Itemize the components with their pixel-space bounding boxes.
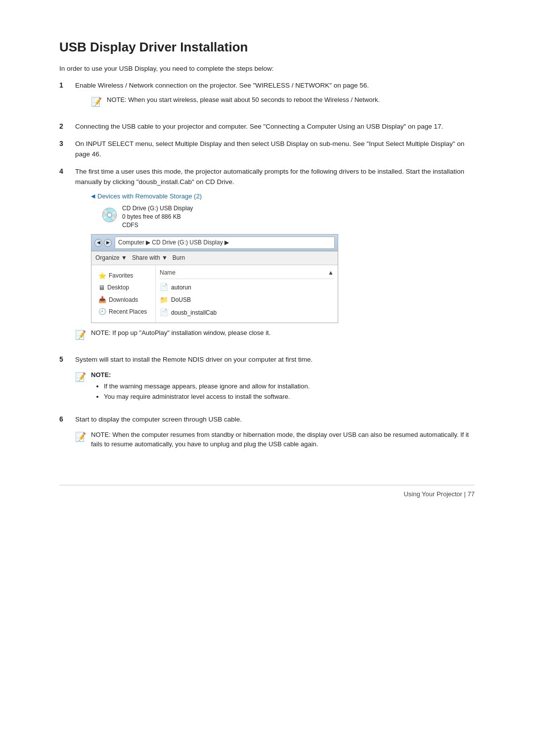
note-3: 📝 NOTE: If the warning message appears, … — [75, 370, 475, 402]
explorer-titlebar: ◀ ▶ Computer ▶ CD Drive (G:) USB Display… — [91, 235, 338, 251]
step-2: 2 Connecting the USB cable to your proje… — [59, 122, 475, 132]
page-footer: Using Your Projector | 77 — [59, 485, 475, 498]
note-text-4: NOTE: When the computer resumes from sta… — [91, 430, 475, 449]
note-icon-1: 📝 — [91, 95, 102, 109]
triangle-icon: ◀ — [91, 192, 95, 200]
explorer-window: ◀ ▶ Computer ▶ CD Drive (G:) USB Display… — [91, 234, 338, 323]
note-text-3: NOTE: If the warning message appears, pl… — [91, 370, 310, 402]
titlebar-buttons: ◀ ▶ — [94, 239, 112, 247]
step-3: 3 On INPUT SELECT menu, select Multiple … — [59, 139, 475, 160]
explorer-body: ⭐ Favorites 🖥 Desktop 📥 Downloads — [91, 265, 338, 323]
step-number-5: 5 — [59, 355, 69, 363]
sidebar-downloads[interactable]: 📥 Downloads — [95, 294, 151, 306]
name-column-header: Name — [160, 268, 176, 278]
file-list: 📄 autorun 📁 DoUSB 📄 dousb_installCab — [160, 281, 334, 319]
step-content-1: Enable Wireless / Network connection on … — [75, 81, 475, 115]
file-dousb[interactable]: 📁 DoUSB — [160, 294, 334, 307]
autorun-icon: 📄 — [160, 282, 168, 293]
note-bullet-2: You may require administrator level acce… — [104, 392, 310, 402]
cd-drive-icon: 💿 — [101, 204, 118, 226]
step-content-6: Start to display the computer screen thr… — [75, 415, 475, 455]
explorer-sidebar: ⭐ Favorites 🖥 Desktop 📥 Downloads — [91, 265, 156, 323]
steps-list: 1 Enable Wireless / Network connection o… — [59, 81, 475, 455]
sidebar-favorites-label: ⭐ Favorites — [95, 270, 151, 282]
downloads-icon: 📥 — [98, 295, 106, 305]
sidebar-desktop[interactable]: 🖥 Desktop — [95, 282, 151, 294]
step-number-6: 6 — [59, 415, 69, 423]
step-1: 1 Enable Wireless / Network connection o… — [59, 81, 475, 115]
step-content-2: Connecting the USB cable to your project… — [75, 122, 475, 132]
step-number-2: 2 — [59, 122, 69, 130]
step-content-4: The first time a user uses this mode, th… — [75, 167, 475, 348]
titlebar-forward-btn[interactable]: ▶ — [104, 239, 112, 247]
note-icon-4: 📝 — [75, 430, 86, 444]
note-text-2: NOTE: If pop up "AutoPlay" installation … — [91, 328, 270, 338]
step-5: 5 System will start to install the Remot… — [59, 355, 475, 408]
step-number-3: 3 — [59, 140, 69, 147]
note-4: 📝 NOTE: When the computer resumes from s… — [75, 430, 475, 449]
note-text-1: NOTE: When you start wireless, please wa… — [107, 95, 380, 105]
desktop-icon: 🖥 — [98, 283, 105, 293]
page-title: USB Display Driver Installation — [59, 40, 475, 55]
step-content-3: On INPUT SELECT menu, select Multiple Di… — [75, 139, 475, 160]
favorites-section: ⭐ Favorites 🖥 Desktop 📥 Downloads — [91, 268, 155, 320]
note-icon-2: 📝 — [75, 329, 86, 342]
devices-heading: ◀ Devices with Removable Storage (2) — [91, 191, 475, 201]
titlebar-back-btn[interactable]: ◀ — [94, 239, 102, 247]
step-4: 4 The first time a user uses this mode, … — [59, 167, 475, 348]
sort-arrow: ▲ — [328, 268, 334, 278]
breadcrumb-bar: Computer ▶ CD Drive (G:) USB Display ▶ — [115, 236, 335, 249]
step-6: 6 Start to display the computer screen t… — [59, 415, 475, 455]
recent-places-icon: 🕘 — [98, 307, 106, 317]
dousb-icon: 📁 — [160, 295, 168, 306]
share-with-button[interactable]: Share with ▼ — [132, 253, 168, 263]
step-content-5: System will start to install the Remote … — [75, 355, 475, 408]
note-bullet-1: If the warning message appears, please i… — [104, 381, 310, 391]
devices-area: ◀ Devices with Removable Storage (2) 💿 C… — [91, 191, 475, 230]
file-autorun[interactable]: 📄 autorun — [160, 281, 334, 294]
cd-drive-item: 💿 CD Drive (G:) USB Display 0 bytes free… — [101, 204, 475, 229]
note-1: 📝 NOTE: When you start wireless, please … — [91, 95, 475, 109]
breadcrumb-text: Computer ▶ CD Drive (G:) USB Display ▶ — [118, 238, 229, 247]
footer-text: Using Your Projector | 77 — [403, 490, 475, 498]
organize-button[interactable]: Organize ▼ — [95, 253, 127, 263]
step-number-1: 1 — [59, 81, 69, 89]
note-3-bullets: If the warning message appears, please i… — [96, 381, 310, 401]
note-2: 📝 NOTE: If pop up "AutoPlay" installatio… — [75, 328, 475, 342]
cd-drive-info: CD Drive (G:) USB Display 0 bytes free o… — [122, 204, 193, 229]
note-icon-3: 📝 — [75, 371, 86, 384]
step-number-4: 4 — [59, 167, 69, 175]
intro-text: In order to use your USB Display, you ne… — [59, 64, 475, 74]
favorites-section-icon: ⭐ — [98, 271, 106, 281]
dousb-installcab-icon: 📄 — [160, 307, 168, 318]
sidebar-recent-places[interactable]: 🕘 Recent Places — [95, 306, 151, 318]
explorer-toolbar: Organize ▼ Share with ▼ Burn — [91, 251, 338, 265]
burn-button[interactable]: Burn — [173, 253, 185, 263]
explorer-main: Name ▲ 📄 autorun 📁 DoUSB — [156, 265, 338, 323]
explorer-column-header: Name ▲ — [160, 268, 334, 280]
file-dousb-installcab[interactable]: 📄 dousb_installCab — [160, 306, 334, 319]
